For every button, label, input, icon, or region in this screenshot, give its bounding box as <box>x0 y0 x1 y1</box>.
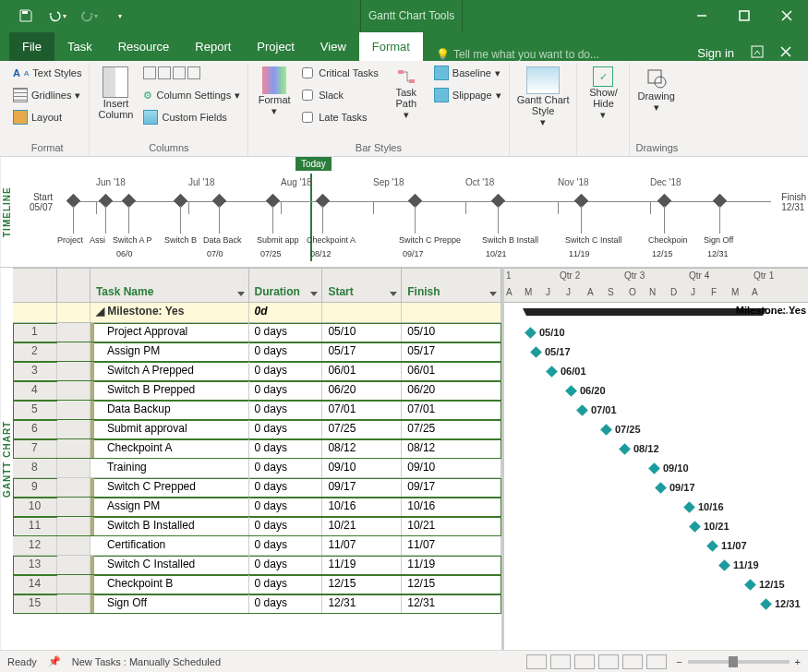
table-row[interactable]: 10Assign PM0 days10/1610/16 <box>13 498 501 517</box>
col-finish[interactable]: Finish <box>402 269 501 302</box>
tab-project[interactable]: Project <box>244 32 307 61</box>
milestone-diamond[interactable] <box>525 327 537 339</box>
timeline-event-date: 12/15 <box>652 249 673 258</box>
table-row[interactable]: 14Checkpoint B0 days12/1512/15 <box>13 575 501 594</box>
tab-view[interactable]: View <box>308 32 359 61</box>
view-shortcut-1[interactable] <box>526 654 547 669</box>
task-path-button[interactable]: Task Path ▾ <box>386 63 427 125</box>
view-shortcut-6[interactable] <box>646 654 667 669</box>
chart-month-label: M <box>525 287 532 297</box>
col-id[interactable] <box>13 269 57 302</box>
view-shortcut-5[interactable] <box>622 654 643 669</box>
align-buttons[interactable] <box>141 63 242 83</box>
baseline-button[interactable]: Baseline ▾ <box>432 63 503 83</box>
milestone-label: 07/01 <box>591 404 617 415</box>
task-grid[interactable]: Task Name Duration Start Finish ◢ Milest… <box>13 268 504 650</box>
tab-format[interactable]: Format <box>359 32 423 61</box>
milestone-diamond[interactable] <box>619 443 631 455</box>
view-shortcut-4[interactable] <box>598 654 619 669</box>
tab-task[interactable]: Task <box>54 32 105 61</box>
close-button[interactable] <box>766 0 808 31</box>
text-styles-button[interactable]: AA Text Styles <box>11 63 83 83</box>
qat-customize[interactable]: ▾ <box>111 6 129 25</box>
milestone-diamond[interactable] <box>706 540 718 552</box>
tell-me-search[interactable]: 💡 Tell me what you want to do... <box>436 48 599 61</box>
zoom-slider[interactable] <box>688 660 790 664</box>
col-task-name[interactable]: Task Name <box>90 269 249 302</box>
custom-fields-button[interactable]: Custom Fields <box>141 107 242 127</box>
minimize-button[interactable] <box>681 0 723 31</box>
milestone-diamond[interactable] <box>683 501 695 513</box>
table-row[interactable]: 7Checkpoint A0 days08/1208/12 <box>13 439 501 459</box>
status-bar: Ready 📌 New Tasks : Manually Scheduled −… <box>0 650 808 672</box>
col-indicators[interactable] <box>57 269 90 302</box>
milestone-diamond[interactable] <box>689 521 701 533</box>
view-shortcut-3[interactable] <box>574 654 595 669</box>
milestone-diamond[interactable] <box>655 482 667 494</box>
tab-resource[interactable]: Resource <box>105 32 183 61</box>
insert-column-button[interactable]: Insert Column <box>95 63 136 124</box>
ribbon-display-options[interactable] <box>751 45 764 61</box>
chart-header: 1Qtr 2Qtr 3Qtr 4Qtr 1AMJJASONDJFMA <box>504 268 808 303</box>
redo-button[interactable]: ▾ <box>79 6 98 25</box>
table-row[interactable]: 2Assign PM0 days05/1705/17 <box>13 342 501 362</box>
group-row[interactable]: ◢ Milestone: Yes 0d <box>13 303 501 323</box>
table-row[interactable]: 3Switch A Prepped0 days06/0106/01 <box>13 362 501 381</box>
milestone-diamond[interactable] <box>744 579 756 591</box>
tell-me-placeholder: Tell me what you want to do... <box>453 48 599 61</box>
format-bar-button[interactable]: Format ▾ <box>254 63 295 121</box>
undo-button[interactable]: ▾ <box>48 6 66 25</box>
zoom-in[interactable]: + <box>795 656 801 667</box>
sign-in-link[interactable]: Sign in <box>697 46 734 60</box>
table-row[interactable]: 8Training0 days09/1009/10 <box>13 459 501 478</box>
close-workbook-button[interactable] <box>780 46 791 60</box>
table-row[interactable]: 15Sign Off0 days12/3112/31 <box>13 594 501 614</box>
table-row[interactable]: 13Switch C Installed0 days11/1911/19 <box>13 556 501 575</box>
table-row[interactable]: 9Switch C Prepped0 days09/1709/17 <box>13 478 501 498</box>
zoom-out[interactable]: − <box>676 656 681 667</box>
milestone-diamond[interactable] <box>565 385 577 397</box>
col-duration[interactable]: Duration <box>249 269 323 302</box>
col-start[interactable]: Start <box>322 269 402 302</box>
late-tasks-check[interactable]: Late Tasks <box>300 107 380 127</box>
milestone-label: 06/20 <box>580 385 606 396</box>
table-row[interactable]: 4Switch B Prepped0 days06/2006/20 <box>13 381 501 401</box>
timeline-event-label: Project <box>57 235 83 245</box>
lightbulb-icon: 💡 <box>436 48 450 61</box>
chart-month-label: S <box>608 287 614 297</box>
tab-file[interactable]: File <box>9 32 54 61</box>
maximize-button[interactable] <box>723 0 766 31</box>
timeline-event-date: 07/25 <box>260 249 282 258</box>
column-settings-button[interactable]: ⚙ Column Settings ▾ <box>141 85 242 105</box>
tab-report[interactable]: Report <box>182 32 244 61</box>
timeline[interactable]: Today Start05/07 Finish12/31 Jun '18Jul … <box>13 157 808 267</box>
drawing-button[interactable]: Drawing ▾ <box>635 63 676 117</box>
table-row[interactable]: 5Data Backup0 days07/0107/01 <box>13 401 501 420</box>
timeline-event-date: 10/21 <box>486 249 507 258</box>
table-row[interactable]: 11Switch B Installed0 days10/2110/21 <box>13 517 501 536</box>
milestone-diamond[interactable] <box>530 346 542 358</box>
slippage-button[interactable]: Slippage ▾ <box>432 85 503 105</box>
table-row[interactable]: 6Submit approval0 days07/2507/25 <box>13 420 501 439</box>
layout-button[interactable]: Layout <box>11 107 83 127</box>
table-row[interactable]: 12Certification0 days11/0711/07 <box>13 536 501 556</box>
table-row[interactable]: 1Project Approval0 days05/1005/10 <box>13 323 501 342</box>
gantt-chart-style-button[interactable]: Gantt Chart Style ▾ <box>515 63 572 132</box>
chart-month-label: N <box>649 287 656 297</box>
milestone-diamond[interactable] <box>760 598 772 610</box>
milestone-diamond[interactable] <box>648 462 660 474</box>
critical-tasks-check[interactable]: Critical Tasks <box>300 63 380 83</box>
milestone-diamond[interactable] <box>718 559 730 571</box>
save-button[interactable] <box>17 6 35 25</box>
slack-check[interactable]: Slack <box>300 85 380 105</box>
chart-month-label: A <box>587 287 594 297</box>
show-hide-button[interactable]: ✓ Show/ Hide ▾ <box>583 63 623 125</box>
svg-rect-0 <box>22 11 28 14</box>
milestone-diamond[interactable] <box>576 404 588 416</box>
view-shortcut-2[interactable] <box>550 654 571 669</box>
gantt-chart[interactable]: 1Qtr 2Qtr 3Qtr 4Qtr 1AMJJASONDJFMA Miles… <box>504 268 808 650</box>
milestone-diamond[interactable] <box>600 424 612 436</box>
chart-qtr-label: Qtr 4 <box>689 270 709 281</box>
gridlines-button[interactable]: Gridlines ▾ <box>11 85 83 105</box>
milestone-diamond[interactable] <box>546 366 558 378</box>
